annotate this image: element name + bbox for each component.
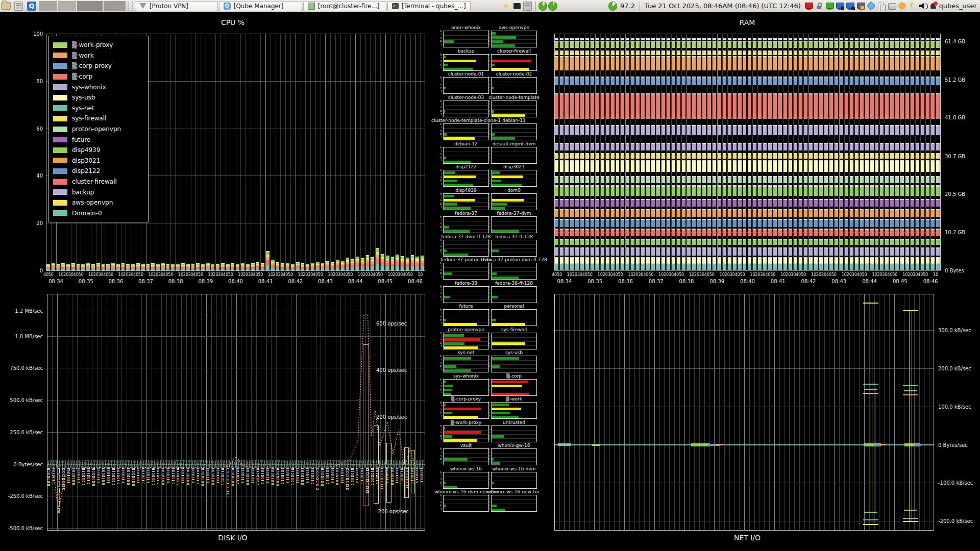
- terminal-launcher[interactable]: [512, 1, 522, 12]
- gridline-h: [46, 223, 425, 223]
- vm-bar: [492, 408, 521, 410]
- ram-column: [758, 36, 762, 270]
- stack-launcher[interactable]: [523, 1, 532, 12]
- notification-bell-icon[interactable]: [928, 1, 938, 11]
- time-minute-label: 08:42: [801, 279, 816, 284]
- cpu-bar: [191, 264, 195, 271]
- legend-entry: ▒-work-proxy: [53, 40, 143, 51]
- vm-bar: [492, 458, 494, 461]
- time-second-label: 10: [628, 272, 633, 277]
- cpu-bar: [156, 264, 160, 271]
- ram-y-tick-label: 20.5 GB: [945, 191, 965, 197]
- vm-chart-title: fedora-37-dvm-ff-128: [442, 234, 491, 239]
- vm-chart-title: ▒-work-proxy: [451, 420, 481, 425]
- legend-swatch: [53, 63, 67, 69]
- ram-column: [773, 36, 777, 270]
- legend-label: backup: [72, 189, 94, 196]
- ram-column: [651, 36, 655, 270]
- vm-gridline: [444, 136, 488, 137]
- workspace-2[interactable]: [58, 1, 76, 11]
- legend-swatch: [53, 105, 67, 111]
- files-launcher[interactable]: [0, 1, 12, 12]
- qubes-cube-icon[interactable]: [866, 1, 875, 11]
- legend-entry: future: [53, 134, 143, 145]
- window-button-root-cluster[interactable]: [root@cluster-fire...]: [303, 1, 386, 11]
- vm-tick-labels: h/vpr: [437, 447, 442, 464]
- time-second-label: 20: [786, 272, 791, 277]
- vm-gridline: [492, 63, 536, 63]
- time-second-label: 20: [664, 272, 669, 277]
- display-purple-icon[interactable]: [856, 1, 865, 11]
- vm-bar: [444, 458, 468, 461]
- copy-pages-icon[interactable]: [876, 1, 886, 11]
- workspace-4[interactable]: [104, 1, 126, 11]
- ram-column: [819, 36, 823, 270]
- vm-tick-labels: h/vpr: [437, 215, 442, 232]
- gridline-v: [340, 34, 341, 270]
- ram-column: [855, 36, 859, 270]
- time-second-label: 50: [740, 272, 745, 277]
- vm-bar: [444, 180, 457, 182]
- window-button-qube-manager[interactable]: Q [Qube Manager]: [219, 1, 302, 11]
- legend-entry: ▒-work: [53, 51, 143, 61]
- cpu-bar: [411, 255, 414, 271]
- updates-star-icon[interactable]: [897, 1, 906, 11]
- display-green-icon[interactable]: [825, 1, 834, 11]
- clock[interactable]: Tue 21 Oct 2025, 08:46AM (08:46) (UTC 12…: [645, 2, 801, 10]
- disk-dotted-curve: [47, 294, 425, 531]
- volume-icon[interactable]: [918, 1, 927, 11]
- disk-y-tick-label: 500.0 kB/sec: [0, 397, 43, 403]
- net-spike-tick: [903, 385, 918, 386]
- cpu-bar: [102, 264, 105, 271]
- vm-gridline: [444, 276, 488, 276]
- cpu-bar: [321, 263, 325, 271]
- window-button-terminal[interactable]: >_ [Terminal - qubes_...]: [387, 1, 471, 11]
- tasklist-handle[interactable]: [128, 2, 133, 11]
- ram-column: [900, 36, 904, 270]
- vm-bar: [444, 64, 448, 66]
- ram-column: [631, 36, 634, 270]
- net-spike-tick: [863, 519, 878, 520]
- time-second-label: 40: [223, 272, 228, 277]
- vm-tick-labels: h/vpr: [437, 355, 442, 371]
- padlock-icon[interactable]: [814, 1, 823, 11]
- ram-column: [885, 36, 889, 270]
- ram-column: [783, 36, 787, 270]
- gauge-icon-3[interactable]: [608, 2, 617, 11]
- ram-column: [570, 36, 574, 270]
- vm-gridline: [444, 202, 488, 203]
- disk-icon[interactable]: [887, 1, 896, 11]
- gridline-v: [260, 34, 261, 270]
- display-blue-lock-icon[interactable]: [835, 1, 844, 11]
- gridline-v: [265, 34, 266, 270]
- cpu-bar: [216, 264, 219, 271]
- archive-launcher[interactable]: [13, 1, 24, 12]
- workspace-1[interactable]: [39, 1, 58, 11]
- vm-gridline: [444, 152, 488, 152]
- power-bolt-icon[interactable]: [908, 1, 917, 11]
- workspace-3[interactable]: [77, 1, 103, 11]
- gridline-v: [375, 34, 376, 270]
- wizard-launcher[interactable]: [501, 1, 511, 12]
- display-red-icon[interactable]: [804, 1, 813, 11]
- gridline-v: [251, 34, 251, 270]
- vm-gridline: [444, 183, 488, 183]
- gauge-icon-1[interactable]: [538, 2, 547, 11]
- display-blue-lock-icon-2[interactable]: [845, 1, 854, 11]
- vm-bar: [444, 319, 446, 321]
- vm-gridline: [444, 411, 488, 411]
- qubes-launcher[interactable]: Q: [26, 1, 37, 12]
- net-y-tick-label: 100.0 kB/sec: [938, 404, 971, 409]
- net-spike-line-yellow: [872, 303, 872, 524]
- cpu-bar: [66, 264, 70, 271]
- gauge-icon-2[interactable]: [548, 2, 557, 11]
- vm-tick-labels: h/vpr: [437, 308, 442, 324]
- legend-swatch: [53, 168, 67, 174]
- vm-gridline: [444, 457, 488, 458]
- vm-gridline: [444, 508, 488, 508]
- time-second-label: 40: [283, 272, 288, 277]
- window-button-proton-vpn[interactable]: [Proton VPN]: [135, 1, 218, 11]
- cpu-bar: [61, 263, 65, 271]
- cpu-bar: [421, 256, 424, 271]
- cpu-bar: [266, 251, 270, 271]
